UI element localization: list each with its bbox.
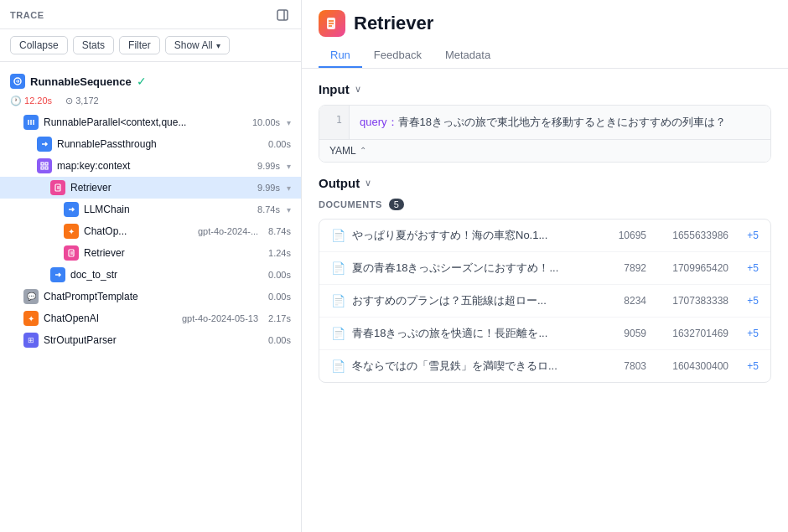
file-icon: 📄: [331, 327, 345, 340]
panel-toggle-button[interactable]: [274, 7, 291, 23]
svg-rect-4: [45, 163, 48, 165]
code-key: query：: [360, 116, 398, 128]
map-key-time: 9.99s: [257, 161, 280, 171]
filter-button[interactable]: Filter: [119, 36, 160, 54]
chatop-label: ChatOp...: [84, 225, 193, 237]
chevron-right-icon: ▾: [287, 183, 291, 193]
doc-title: 夏の青春18きっぷシーズンにおすすめ！...: [352, 261, 598, 276]
output-section-header[interactable]: Output ∨: [319, 176, 771, 190]
chatop-time: 8.74s: [268, 226, 291, 236]
file-icon: 📄: [331, 261, 345, 275]
llmchain-label: LLMChain: [84, 204, 252, 215]
map-key-label: map:key:context: [57, 160, 252, 172]
doc-title: 冬ならではの「雪見鉄」を満喫できるロ...: [352, 359, 598, 374]
str-output-time: 0.00s: [268, 335, 291, 345]
doc-title: やっぱり夏がおすすめ！海の車窓No.1...: [352, 228, 598, 243]
chat-openai-label: ChatOpenAI: [44, 312, 177, 324]
svg-rect-7: [55, 184, 60, 191]
svg-rect-5: [41, 167, 44, 169]
tab-run[interactable]: Run: [319, 44, 362, 68]
doc-plus: +5: [735, 328, 759, 339]
list-item[interactable]: 📄 やっぱり夏がおすすめ！海の車窓No.1... 10695 165563398…: [319, 220, 770, 252]
tree-item-chatop[interactable]: ✦ ChatOp... gpt-4o-2024-... 8.74s: [0, 220, 301, 242]
doc-id: 1707383338: [653, 295, 728, 307]
chat-openai-meta: gpt-4o-2024-05-13: [182, 313, 258, 323]
doc-title: 青春18きっぷの旅を快適に！長距離を...: [352, 326, 598, 341]
list-item[interactable]: 📄 青春18きっぷの旅を快適に！長距離を... 9059 1632701469 …: [319, 318, 770, 350]
doc-num: 10695: [604, 230, 646, 241]
doc-id: 1709965420: [653, 262, 728, 274]
docs-count: 5: [389, 199, 404, 210]
input-section-header[interactable]: Input ∨: [319, 82, 771, 96]
chat-prompt-icon: 💬: [23, 289, 39, 304]
page-title: Retriever: [354, 13, 433, 34]
tree-item-doc-to-str[interactable]: doc_to_str 0.00s: [0, 264, 301, 286]
doc-id: 1655633986: [653, 230, 728, 241]
line-number: 1: [319, 106, 350, 139]
line-content: query：青春18きっぷの旅で東北地方を移動するときにおすすめの列車は？: [350, 106, 770, 139]
list-item[interactable]: 📄 冬ならではの「雪見鉄」を満喫できるロ... 7803 1604300400 …: [319, 350, 770, 382]
collapse-button[interactable]: Collapse: [10, 36, 68, 54]
doc-title: おすすめのプランは？五能線は超ロー...: [352, 293, 598, 308]
chat-openai-icon: ✦: [23, 311, 39, 326]
tree-item-llmchain[interactable]: LLMChain 8.74s ▾: [0, 199, 301, 220]
chat-openai-time: 2.17s: [268, 313, 291, 323]
doc-id: 1632701469: [653, 328, 728, 339]
docs-header: DOCUMENTS 5: [319, 199, 771, 210]
tree-item-retriever-main[interactable]: Retriever 9.99s ▾: [0, 177, 301, 199]
retriever2-icon: [64, 245, 79, 261]
list-item[interactable]: 📄 おすすめのプランは？五能線は超ロー... 8234 1707383338 +…: [319, 285, 770, 318]
trace-header: TRACE: [0, 0, 301, 29]
trace-tree: RunnableSequence ✓ 🕐 12.20s ⊙ 3,172 Runn…: [0, 62, 301, 532]
tree-item-parallel[interactable]: RunnableParallel<context,que... 10.00s ▾: [0, 111, 301, 133]
tree-item-str-output[interactable]: ⊞ StrOutputParser 0.00s: [0, 329, 301, 351]
tree-item-chat-openai[interactable]: ✦ ChatOpenAI gpt-4o-2024-05-13 2.17s: [0, 307, 301, 329]
llmchain-time: 8.74s: [257, 204, 280, 214]
tree-item-passthrough[interactable]: RunnablePassthrough 0.00s: [0, 133, 301, 155]
passthrough-icon: [37, 137, 52, 152]
llmchain-icon: [64, 202, 79, 217]
doc-plus: +5: [735, 230, 759, 241]
passthrough-time: 0.00s: [268, 139, 291, 149]
retriever-main-time: 9.99s: [257, 183, 280, 193]
tree-item-map-key[interactable]: map:key:context 9.99s ▾: [0, 155, 301, 177]
str-output-label: StrOutputParser: [44, 334, 263, 346]
tab-metadata[interactable]: Metadata: [433, 44, 502, 68]
tab-bar: Run Feedback Metadata: [319, 44, 771, 68]
tab-feedback[interactable]: Feedback: [362, 44, 433, 68]
input-chevron-icon: ∨: [355, 84, 361, 95]
tree-item-retriever2[interactable]: Retriever 1.24s: [0, 242, 301, 264]
chatop-meta: gpt-4o-2024-...: [198, 226, 258, 236]
show-all-button[interactable]: Show All ▾: [165, 36, 230, 54]
trace-label: TRACE: [10, 10, 267, 20]
map-key-icon: [37, 158, 52, 173]
check-icon: ✓: [137, 75, 147, 88]
input-code-block: 1 query：青春18きっぷの旅で東北地方を移動するときにおすすめの列車は？ …: [319, 105, 771, 163]
root-tokens: ⊙ 3,172: [65, 96, 99, 106]
parallel-icon: [23, 115, 39, 130]
right-header: Retriever Run Feedback Metadata: [302, 0, 788, 69]
yaml-label: YAML: [329, 145, 356, 157]
trace-toolbar: Collapse Stats Filter Show All ▾: [0, 29, 301, 62]
document-list: 📄 やっぱり夏がおすすめ！海の車窓No.1... 10695 165563398…: [319, 219, 771, 383]
doc-plus: +5: [735, 295, 759, 307]
left-panel: TRACE Collapse Stats Filter Show All ▾ R…: [0, 0, 302, 532]
code-footer: YAML ⌃: [319, 139, 770, 162]
chatop-icon: ✦: [64, 224, 79, 239]
tree-item-root[interactable]: RunnableSequence ✓: [0, 69, 301, 94]
right-body: Input ∨ 1 query：青春18きっぷの旅で東北地方を移動するときにおす…: [302, 69, 788, 532]
retriever2-label: Retriever: [84, 247, 263, 259]
chevron-down-icon: ▾: [287, 205, 291, 214]
stats-button[interactable]: Stats: [73, 36, 114, 54]
doc-to-str-time: 0.00s: [268, 270, 291, 280]
doc-id: 1604300400: [653, 360, 728, 372]
doc-num: 7892: [604, 262, 646, 274]
doc-num: 7803: [604, 360, 646, 372]
chat-prompt-time: 0.00s: [268, 292, 291, 302]
runnable-sequence-label: RunnableSequence: [30, 75, 132, 88]
list-item[interactable]: 📄 夏の青春18きっぷシーズンにおすすめ！... 7892 1709965420…: [319, 252, 770, 285]
chevron-down-icon: ▾: [216, 41, 220, 50]
tree-item-chat-prompt[interactable]: 💬 ChatPromptTemplate 0.00s: [0, 286, 301, 307]
file-icon: 📄: [331, 229, 345, 242]
output-chevron-icon: ∨: [365, 178, 371, 189]
